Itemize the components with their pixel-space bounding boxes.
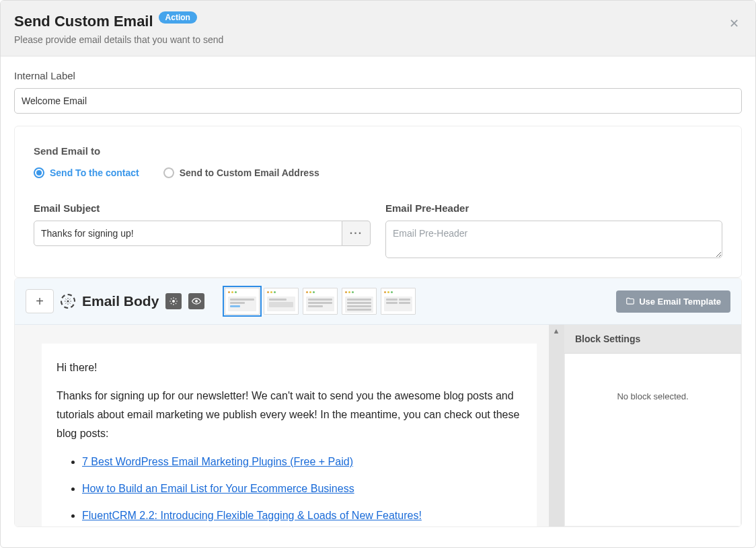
block-settings-empty: No block selected. — [564, 354, 741, 526]
email-link[interactable]: 7 Best WordPress Email Marketing Plugins… — [82, 456, 353, 467]
scroll-up-icon: ▲ — [549, 325, 564, 337]
email-editor: + Email Body — [14, 278, 742, 527]
email-intro: Thanks for signing up for our newsletter… — [56, 387, 522, 443]
action-badge: Action — [159, 11, 197, 24]
subject-label: Email Subject — [34, 202, 371, 214]
close-button[interactable]: ✕ — [726, 15, 742, 32]
layout-templates — [225, 288, 416, 315]
layout-thumb-3[interactable] — [303, 288, 338, 315]
internal-label-label: Internal Label — [14, 70, 742, 81]
radio-send-to-contact[interactable]: Send To the contact — [34, 167, 139, 178]
radio-icon — [163, 167, 174, 178]
editor-canvas-area[interactable]: Hi there! Thanks for signing up for our … — [15, 325, 564, 526]
list-item: How to Build an Email List for Your Ecom… — [82, 479, 522, 498]
modal-subtitle: Please provide email details that you wa… — [14, 34, 742, 45]
radio-icon — [34, 167, 44, 178]
plus-icon: + — [36, 294, 44, 309]
list-item: 7 Best WordPress Email Marketing Plugins… — [82, 453, 522, 471]
canvas-scrollbar[interactable]: ▲ — [549, 325, 564, 526]
send-to-radio-group: Send To the contact Send to Custom Email… — [34, 167, 722, 178]
editor-toolbar: + Email Body — [15, 278, 741, 325]
list-item: FluentCRM 2.2: Introducing Flexible Tagg… — [82, 506, 522, 525]
layout-thumb-5[interactable] — [381, 288, 416, 315]
send-email-modal: Send Custom Email Action Please provide … — [0, 0, 756, 548]
email-greeting: Hi there! — [56, 358, 522, 377]
svg-point-1 — [173, 300, 176, 303]
block-settings-panel: Block Settings No block selected. — [564, 325, 741, 526]
subject-input[interactable] — [34, 221, 342, 246]
gear-icon — [169, 297, 178, 306]
ellipsis-icon: ··· — [350, 227, 363, 239]
radio-send-to-custom[interactable]: Send to Custom Email Address — [163, 167, 319, 178]
eye-icon — [192, 297, 201, 306]
radio-label: Send To the contact — [50, 167, 139, 178]
block-settings-header: Block Settings — [564, 325, 741, 354]
email-link-list: 7 Best WordPress Email Marketing Plugins… — [56, 453, 522, 525]
close-icon: ✕ — [729, 16, 739, 31]
radio-label: Send to Custom Email Address — [180, 167, 319, 178]
svg-point-2 — [196, 300, 198, 303]
use-template-button[interactable]: Use Email Template — [616, 290, 730, 313]
layout-thumb-4[interactable] — [342, 288, 377, 315]
use-template-label: Use Email Template — [639, 297, 721, 307]
send-to-label: Send Email to — [34, 145, 722, 157]
merge-tag-button[interactable]: ··· — [342, 221, 371, 246]
content-area: Internal Label Send Email to Send To the… — [1, 56, 755, 547]
preheader-label: Email Pre-Header — [385, 202, 722, 214]
internal-label-input[interactable] — [14, 88, 742, 114]
editor-settings-button[interactable] — [165, 293, 182, 309]
layout-thumb-1[interactable] — [225, 288, 260, 315]
modal-header: Send Custom Email Action Please provide … — [1, 1, 755, 56]
svg-point-0 — [67, 301, 69, 303]
email-body-label: Email Body — [82, 293, 159, 309]
email-settings-card: Send Email to Send To the contact Send t… — [14, 126, 742, 278]
layout-thumb-2[interactable] — [264, 288, 299, 315]
folder-icon — [626, 297, 635, 306]
email-link[interactable]: FluentCRM 2.2: Introducing Flexible Tagg… — [82, 510, 422, 521]
settings-indicator-icon — [61, 294, 75, 309]
preheader-input[interactable] — [385, 221, 722, 258]
email-link[interactable]: How to Build an Email List for Your Ecom… — [82, 483, 354, 494]
email-content[interactable]: Hi there! Thanks for signing up for our … — [42, 344, 537, 526]
modal-title: Send Custom Email — [14, 13, 153, 30]
editor-preview-button[interactable] — [188, 293, 204, 309]
add-block-button[interactable]: + — [26, 289, 54, 313]
